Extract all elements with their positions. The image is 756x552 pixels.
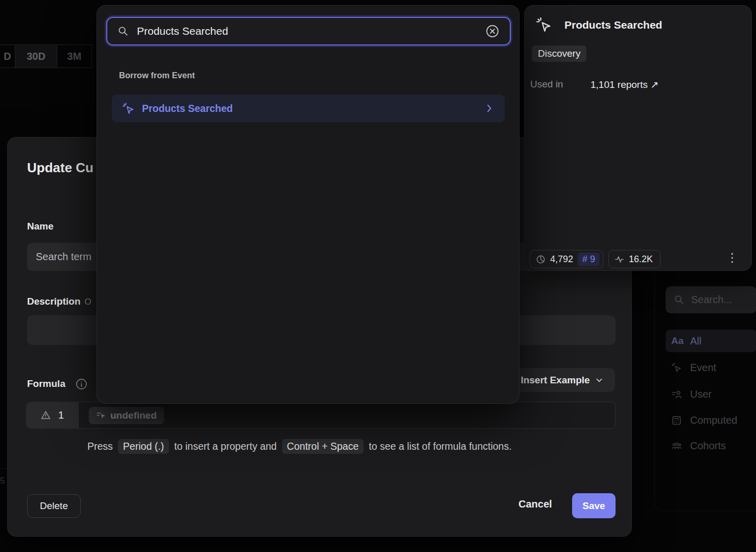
kbd-period: Period (.)	[118, 439, 169, 454]
property-details-panel: Products Searched Discovery Used in 1,10…	[524, 5, 752, 271]
property-icon	[96, 410, 106, 420]
pie-chart-icon	[536, 255, 546, 264]
time-range-3m-button[interactable]: 3M	[57, 45, 92, 67]
delete-button[interactable]: Delete	[27, 494, 81, 518]
sidebar-search-placeholder: Search...	[691, 294, 732, 306]
error-count: 1	[58, 409, 64, 421]
sidebar-item-label: Computed	[690, 415, 737, 426]
property-chip-label: undefined	[110, 410, 157, 421]
rank-badge: # 9	[578, 252, 600, 266]
query-count: 4,792	[550, 254, 573, 265]
computed-icon	[671, 415, 682, 426]
used-in-reports-link[interactable]: 1,101 reports ↗	[590, 79, 658, 90]
insert-example-label: Insert Example	[521, 375, 589, 386]
chevron-right-icon	[484, 103, 494, 113]
text-format-icon: Aa	[671, 335, 682, 347]
activity-icon	[615, 255, 624, 264]
formula-editor: 1 undefined	[26, 402, 616, 429]
save-button[interactable]: Save	[572, 493, 616, 518]
kbd-control-space: Control + Space	[282, 439, 364, 454]
volume-count: 16.2K	[629, 254, 653, 265]
description-label: DescriptionO	[27, 296, 91, 307]
formula-input[interactable]: undefined	[78, 402, 616, 429]
formula-hint: Press Period (.) to insert a property an…	[87, 439, 512, 454]
time-range-selector: D 30D 3M	[0, 44, 92, 68]
external-arrow-icon: ↗	[650, 79, 658, 90]
property-search-overlay: Borrow from Event Products Searched	[97, 5, 519, 404]
volume-pill[interactable]: 16.2K	[608, 250, 660, 268]
optional-hint: O	[85, 297, 91, 307]
query-count-pill[interactable]: 4,792 # 9	[530, 250, 603, 268]
sidebar-item-all[interactable]: Aa All	[666, 330, 756, 352]
property-chip[interactable]: undefined	[89, 407, 164, 424]
event-cursor-icon	[671, 362, 682, 373]
info-icon[interactable]	[75, 378, 88, 390]
search-field	[106, 17, 511, 45]
time-range-30d-button[interactable]: 30D	[15, 45, 57, 67]
chevron-down-icon	[595, 376, 603, 384]
search-icon	[674, 294, 685, 306]
sidebar-item-user[interactable]: User	[666, 383, 756, 405]
formula-label: Formula	[27, 378, 65, 389]
search-input[interactable]	[137, 25, 478, 37]
clear-search-icon[interactable]	[485, 24, 500, 38]
sidebar-item-cohorts[interactable]: Cohorts	[666, 434, 756, 457]
sidebar-search-input[interactable]: Search...	[666, 286, 756, 313]
sidebar-item-event[interactable]: Event	[666, 356, 756, 379]
formula-error-badge: 1	[26, 402, 78, 429]
name-label: Name	[27, 221, 54, 232]
search-icon	[117, 26, 129, 37]
sidebar-item-label: User	[690, 388, 712, 400]
used-in-label: Used in	[530, 79, 590, 90]
cancel-button[interactable]: Cancel	[518, 498, 552, 510]
sidebar-item-computed[interactable]: Computed	[666, 409, 756, 431]
user-icon	[671, 389, 682, 400]
sidebar-item-label: Cohorts	[690, 440, 726, 452]
insert-example-button[interactable]: Insert Example	[509, 368, 615, 392]
event-cursor-icon	[536, 17, 552, 33]
section-header: Borrow from Event	[119, 71, 195, 80]
panel-title: Products Searched	[564, 19, 662, 31]
time-range-7d-button[interactable]: D	[0, 45, 15, 67]
property-type-sidebar: Search... Aa All Event User Computed Coh…	[654, 271, 756, 511]
app-root: D 30D 3M 5 Search... Aa All Event User C…	[0, 0, 756, 552]
sidebar-item-label: Event	[690, 362, 716, 374]
event-cursor-icon	[122, 102, 135, 115]
more-options-button[interactable]: ⋮	[725, 251, 740, 265]
search-result-products-searched[interactable]: Products Searched	[112, 95, 505, 122]
chart-axis-tick: 5	[0, 476, 5, 486]
category-badge: Discovery	[532, 45, 586, 62]
modal-title: Update Cu	[27, 160, 93, 176]
result-label: Products Searched	[142, 103, 477, 114]
cohorts-icon	[671, 441, 682, 451]
sidebar-item-label: All	[690, 335, 701, 347]
warning-icon	[40, 410, 51, 421]
